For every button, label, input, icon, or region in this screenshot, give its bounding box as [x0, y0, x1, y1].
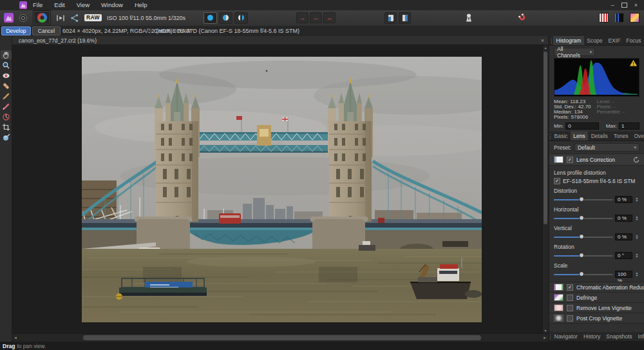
- document-tab[interactable]: canon_eos_77d_27.cr2 (19.6%): [12, 37, 97, 44]
- histogram-display[interactable]: [554, 58, 639, 97]
- scale-slider[interactable]: [554, 271, 613, 277]
- red-channel-proof-icon[interactable]: [599, 13, 609, 23]
- crop-tool-icon[interactable]: [1, 122, 12, 131]
- develop-all-button[interactable]: [399, 12, 411, 24]
- slider-knob[interactable]: [579, 215, 584, 220]
- photo-persona-icon[interactable]: [4, 13, 14, 23]
- pan-tool-icon[interactable]: [1, 50, 12, 59]
- horizontal-scrollbar[interactable]: ◂ ▸: [12, 333, 548, 342]
- vertical-scrollbar[interactable]: ▴ ▾: [542, 45, 548, 333]
- horizontal-value[interactable]: 0 %: [615, 215, 632, 222]
- distortion-value[interactable]: 0 %: [615, 196, 632, 203]
- channel-selector[interactable]: All Channels ▾: [554, 48, 595, 56]
- scroll-right-icon[interactable]: ▸: [542, 334, 548, 342]
- show-clipped-tones-button[interactable]: ↔: [323, 12, 336, 23]
- tab-exif[interactable]: EXIF: [605, 36, 623, 45]
- lens-correction-checkbox[interactable]: ✓: [567, 157, 573, 163]
- tab-lens[interactable]: Lens: [571, 131, 588, 141]
- menu-view[interactable]: View: [71, 0, 95, 10]
- tab-overlays[interactable]: Overlays: [631, 131, 644, 141]
- post-crop-vignette-thumbnail[interactable]: [554, 315, 564, 322]
- slider-knob[interactable]: [579, 253, 584, 258]
- rotation-value[interactable]: 0 °: [615, 252, 632, 259]
- develop-button[interactable]: Develop: [1, 26, 31, 35]
- tab-scope[interactable]: Scope: [584, 36, 605, 45]
- remove-lens-vignette-row[interactable]: Remove Lens Vignette: [549, 303, 644, 313]
- horizontal-scroll-thumb[interactable]: [83, 335, 481, 340]
- zoom-tool-icon[interactable]: [1, 61, 12, 70]
- preset-selector[interactable]: Default ▾: [574, 143, 639, 151]
- vertical-slider[interactable]: [554, 234, 613, 240]
- tab-tones[interactable]: Tones: [611, 131, 631, 141]
- chromatic-aberration-thumbnail[interactable]: [554, 284, 564, 291]
- overlay-erase-tool-icon[interactable]: [1, 102, 12, 111]
- tab-focus[interactable]: Focus: [623, 36, 644, 45]
- clipping-warning-icon[interactable]: [630, 60, 637, 66]
- lens-vignette-thumbnail[interactable]: [554, 304, 564, 311]
- reset-icon[interactable]: [633, 157, 639, 163]
- post-crop-vignette-row[interactable]: Post Crop Vignette: [549, 313, 644, 324]
- scroll-up-icon[interactable]: ▴: [543, 45, 548, 50]
- export-persona-icon[interactable]: [70, 14, 79, 23]
- show-clipped-shadows-button[interactable]: ←: [310, 12, 322, 23]
- sampler-tool-icon[interactable]: [1, 133, 12, 142]
- develop-current-button[interactable]: [384, 12, 397, 24]
- tab-navigator[interactable]: Navigator: [551, 332, 580, 341]
- tab-histogram[interactable]: Histogram: [553, 36, 584, 45]
- min-input[interactable]: [565, 122, 599, 130]
- red-eye-removal-tool-icon[interactable]: [1, 71, 12, 80]
- stepper-control[interactable]: ▴▾: [634, 197, 639, 202]
- tab-snapshots[interactable]: Snapshots: [603, 332, 635, 341]
- max-input[interactable]: [619, 122, 639, 130]
- remove-lens-vignette-checkbox[interactable]: [567, 305, 573, 311]
- distortion-slider[interactable]: [554, 197, 613, 202]
- tab-details[interactable]: Details: [588, 131, 611, 141]
- lens-profile-checkbox[interactable]: ✓: [554, 178, 560, 184]
- blemish-removal-tool-icon[interactable]: [1, 81, 12, 90]
- stepper-control[interactable]: ▴▾: [634, 234, 639, 240]
- document-close-icon[interactable]: ×: [541, 37, 548, 44]
- canvas-area[interactable]: ▴ ▾: [12, 45, 548, 333]
- menu-help[interactable]: Help: [129, 0, 153, 10]
- cancel-button[interactable]: Cancel: [32, 26, 61, 35]
- chromatic-aberration-checkbox[interactable]: ✓: [567, 284, 573, 291]
- tab-history[interactable]: History: [580, 332, 603, 341]
- blue-channel-proof-icon[interactable]: [614, 13, 624, 23]
- tone-mapping-persona-icon[interactable]: [56, 14, 65, 23]
- menu-edit[interactable]: Edit: [48, 0, 70, 10]
- develop-persona-icon[interactable]: [33, 10, 51, 25]
- lens-correction-thumbnail[interactable]: [554, 156, 564, 163]
- mirror-view-button[interactable]: [234, 12, 248, 24]
- vertical-value[interactable]: 0 %: [615, 233, 632, 240]
- slider-knob[interactable]: [579, 197, 584, 202]
- stepper-control[interactable]: ▴▾: [634, 271, 639, 277]
- show-clipped-highlights-button[interactable]: →: [296, 12, 308, 23]
- slider-knob[interactable]: [579, 234, 584, 239]
- tab-basic[interactable]: Basic: [551, 131, 571, 141]
- split-view-button[interactable]: [219, 12, 232, 24]
- defringe-row[interactable]: Defringe: [549, 293, 644, 303]
- scroll-left-icon[interactable]: ◂: [12, 334, 19, 342]
- post-crop-vignette-checkbox[interactable]: [567, 315, 573, 322]
- scroll-down-icon[interactable]: ▾: [543, 328, 548, 333]
- defringe-checkbox[interactable]: [567, 295, 573, 301]
- magnet-icon[interactable]: [518, 14, 527, 23]
- menu-file[interactable]: File: [27, 0, 48, 10]
- chromatic-aberration-row[interactable]: ✓ Chromatic Aberration Reduction: [549, 282, 644, 293]
- assistant-icon[interactable]: [465, 13, 473, 23]
- overlay-paint-tool-icon[interactable]: [1, 92, 12, 101]
- overlay-gradient-tool-icon[interactable]: [1, 112, 12, 121]
- tab-info[interactable]: Info: [635, 332, 644, 341]
- gradient-map-icon[interactable]: [630, 13, 639, 23]
- maximize-icon[interactable]: [621, 3, 627, 8]
- menu-window[interactable]: Window: [95, 0, 129, 10]
- close-icon[interactable]: ×: [634, 2, 638, 8]
- slider-knob[interactable]: [579, 271, 584, 277]
- scale-value[interactable]: 100 %: [615, 271, 632, 278]
- rotation-slider[interactable]: [554, 253, 613, 258]
- stepper-control[interactable]: ▴▾: [634, 253, 639, 258]
- liquify-persona-icon[interactable]: [19, 14, 28, 23]
- stepper-control[interactable]: ▴▾: [634, 215, 639, 221]
- horizontal-slider[interactable]: [554, 215, 613, 221]
- minimize-icon[interactable]: –: [611, 2, 614, 8]
